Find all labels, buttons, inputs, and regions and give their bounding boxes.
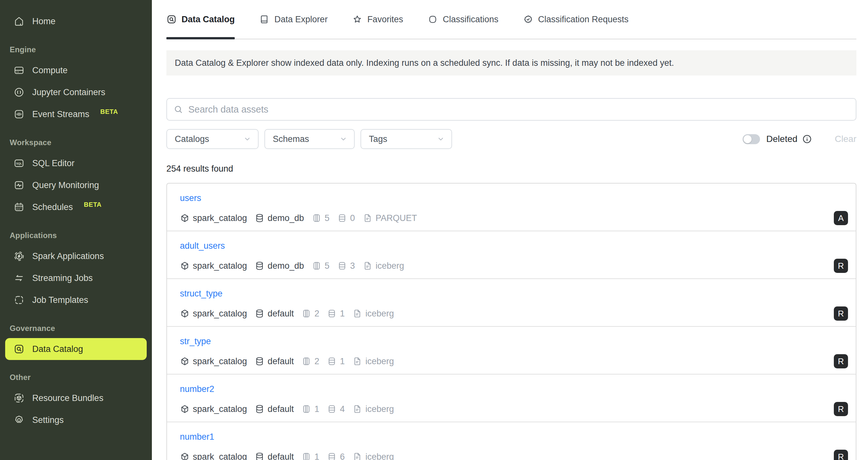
dropdown-label: Schemas xyxy=(273,134,309,144)
tags-dropdown[interactable]: Tags xyxy=(361,129,452,149)
sidebar-item-jupyter-containers[interactable]: Jupyter Containers xyxy=(5,81,147,103)
catalog-box-icon xyxy=(180,309,190,318)
results-count: 254 results found xyxy=(166,164,857,174)
file-icon xyxy=(363,213,372,223)
file-icon xyxy=(363,261,372,271)
info-icon[interactable] xyxy=(802,134,812,144)
asset-name-link[interactable]: number2 xyxy=(180,384,214,394)
schemas-dropdown[interactable]: Schemas xyxy=(265,129,355,149)
catalog-box-icon xyxy=(180,213,190,223)
sidebar-item-query-monitoring[interactable]: Query Monitoring xyxy=(5,174,147,196)
beta-badge: BETA xyxy=(84,201,101,208)
tab-label: Classifications xyxy=(443,14,498,25)
catalog-box-icon xyxy=(180,261,190,271)
tab-label: Favorites xyxy=(367,14,403,25)
rows-icon xyxy=(337,213,347,223)
catalog-box-icon xyxy=(180,357,190,366)
access-badge: R xyxy=(834,354,848,368)
sidebar-item-event-streams[interactable]: Event Streams BETA xyxy=(5,103,147,125)
asset-meta: spark_catalog default 2 1 iceberg R xyxy=(180,306,848,320)
tab-data-explorer[interactable]: Data Explorer xyxy=(259,0,328,39)
sidebar-item-compute[interactable]: Compute xyxy=(5,59,147,81)
sidebar-item-label: Job Templates xyxy=(32,295,88,305)
tab-classifications[interactable]: Classifications xyxy=(428,0,498,39)
row-count: 4 xyxy=(340,404,345,414)
search-icon xyxy=(174,104,183,114)
column-count: 1 xyxy=(314,404,319,414)
sidebar-item-settings[interactable]: Settings xyxy=(5,409,147,431)
data-catalog-icon xyxy=(13,343,25,355)
rows-icon xyxy=(337,261,347,271)
sidebar-item-resource-bundles[interactable]: Resource Bundles xyxy=(5,387,147,409)
catalog-name: spark_catalog xyxy=(193,309,247,319)
table-row[interactable]: users spark_catalog demo_db 5 0 PARQUET … xyxy=(167,184,856,231)
rows-icon xyxy=(327,309,337,318)
table-row[interactable]: struct_type spark_catalog default 2 1 ic… xyxy=(167,279,856,327)
rows-icon xyxy=(327,357,337,366)
rows-icon xyxy=(327,404,337,414)
rows-icon xyxy=(327,452,337,460)
sidebar-item-job-templates[interactable]: Job Templates xyxy=(5,289,147,311)
format-label: iceberg xyxy=(376,261,404,271)
row-count: 1 xyxy=(340,309,345,319)
asset-meta: spark_catalog default 2 1 iceberg R xyxy=(180,354,848,368)
sidebar-item-label: SQL Editor xyxy=(32,158,74,168)
catalog-name: spark_catalog xyxy=(193,261,247,271)
sidebar-section-workspace: Workspace xyxy=(5,134,147,152)
asset-name-link[interactable]: struct_type xyxy=(180,289,222,299)
table-row[interactable]: number1 spark_catalog default 1 6 iceber… xyxy=(167,422,856,460)
settings-icon xyxy=(13,415,25,426)
deleted-toggle[interactable] xyxy=(743,134,760,144)
asset-name-link[interactable]: number1 xyxy=(180,432,214,442)
columns-icon xyxy=(302,309,311,318)
asset-name-link[interactable]: str_type xyxy=(180,336,211,346)
compute-icon xyxy=(13,65,25,76)
sidebar-section-engine: Engine xyxy=(5,41,147,59)
catalog-box-icon xyxy=(180,452,190,460)
table-row[interactable]: adult_users spark_catalog demo_db 5 3 ic… xyxy=(167,231,856,279)
columns-icon xyxy=(312,213,321,223)
sidebar-item-streaming-jobs[interactable]: Streaming Jobs xyxy=(5,267,147,289)
format-label: PARQUET xyxy=(376,213,417,223)
tab-favorites[interactable]: Favorites xyxy=(352,0,403,39)
event-streams-icon xyxy=(13,109,25,120)
main-content: Data Catalog Data Explorer Favorites Cla… xyxy=(152,0,868,460)
columns-icon xyxy=(312,261,321,271)
clear-filters-button[interactable]: Clear xyxy=(835,134,857,144)
database-icon xyxy=(255,261,265,271)
sql-editor-icon xyxy=(13,158,25,169)
access-badge: R xyxy=(834,450,848,460)
database-icon xyxy=(255,404,265,414)
sidebar-nav: Home Engine Compute Jupyter Containers E… xyxy=(5,10,147,431)
table-row[interactable]: number2 spark_catalog default 1 4 iceber… xyxy=(167,374,856,422)
row-count: 3 xyxy=(350,261,355,271)
row-count: 0 xyxy=(350,213,355,223)
tab-classification-requests[interactable]: Classification Requests xyxy=(523,0,629,39)
sidebar-item-sql-editor[interactable]: SQL Editor xyxy=(5,152,147,174)
jupyter-containers-icon xyxy=(13,87,25,98)
asset-name-link[interactable]: users xyxy=(180,193,201,203)
access-badge: R xyxy=(834,259,848,273)
asset-name-link[interactable]: adult_users xyxy=(180,241,225,251)
sidebar-item-label: Jupyter Containers xyxy=(32,87,105,97)
tab-data-catalog[interactable]: Data Catalog xyxy=(166,0,235,39)
columns-icon xyxy=(302,404,311,414)
asset-meta: spark_catalog demo_db 5 0 PARQUET A xyxy=(180,211,848,225)
table-row[interactable]: str_type spark_catalog default 2 1 icebe… xyxy=(167,327,856,374)
sidebar-item-data-catalog[interactable]: Data Catalog xyxy=(5,338,147,360)
row-count: 1 xyxy=(340,357,345,366)
search-box[interactable] xyxy=(166,98,857,121)
chevron-down-icon xyxy=(339,135,348,143)
schema-name: default xyxy=(268,357,294,366)
asset-meta: spark_catalog default 1 4 iceberg R xyxy=(180,402,848,416)
sidebar-item-spark-applications[interactable]: Spark Applications xyxy=(5,245,147,267)
catalogs-dropdown[interactable]: Catalogs xyxy=(166,129,258,149)
database-icon xyxy=(255,213,265,223)
catalog-name: spark_catalog xyxy=(193,404,247,414)
access-badge: R xyxy=(834,402,848,416)
deleted-label: Deleted xyxy=(767,134,798,144)
search-input[interactable] xyxy=(188,104,849,115)
sidebar-item-schedules[interactable]: Schedules BETA xyxy=(5,196,147,218)
sidebar-item-home[interactable]: Home xyxy=(5,10,147,32)
query-monitoring-icon xyxy=(13,180,25,191)
